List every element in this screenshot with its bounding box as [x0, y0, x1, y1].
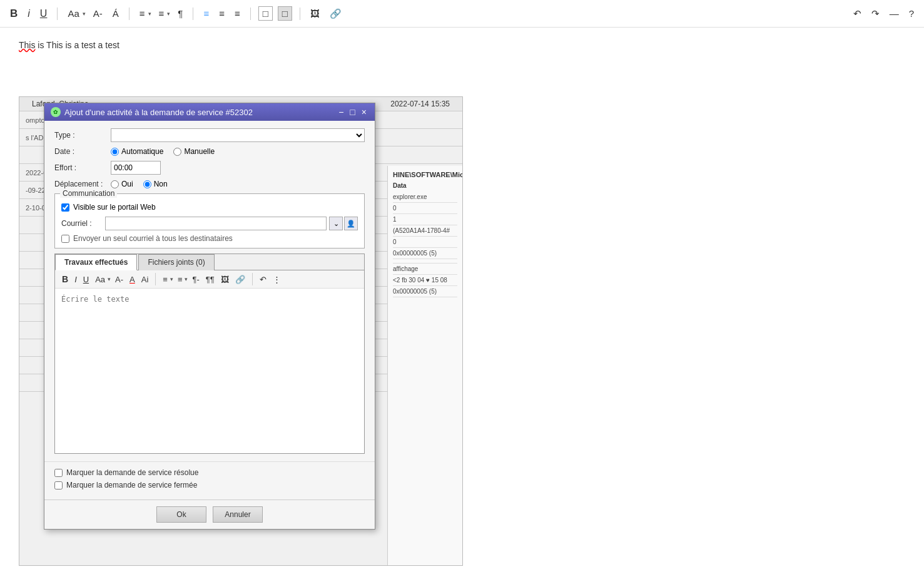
- right-panel: HINE\SOFTWARE\Micro Data explorer.exe 0 …: [387, 166, 462, 566]
- movement-radio-group: Oui Non: [111, 180, 168, 188]
- tab-font-size-decrease-btn[interactable]: A-: [113, 274, 125, 285]
- modal-title-text: Ajout d'une activité à la demande de ser…: [64, 108, 253, 117]
- tab-undo-btn[interactable]: ↶: [258, 274, 268, 285]
- align-left-btn[interactable]: ≡: [201, 7, 211, 20]
- a-test-text: This is a test: [46, 40, 96, 50]
- box1-btn[interactable]: □: [258, 6, 273, 21]
- dash-btn[interactable]: —: [887, 7, 901, 20]
- date-label: Date :: [54, 147, 111, 156]
- underline-button[interactable]: U: [38, 7, 50, 21]
- tab-font-color-btn[interactable]: A: [128, 274, 137, 285]
- date-manual-label: Manuelle: [184, 147, 215, 156]
- resolve-checkbox[interactable]: [54, 469, 63, 477]
- movement-yes-label: Oui: [121, 180, 133, 188]
- date-row: Date : Automatique Manuelle: [54, 147, 365, 156]
- image-btn[interactable]: 🖼: [308, 7, 322, 20]
- tab-numbered-list-btn[interactable]: ≡: [161, 274, 170, 285]
- close-checkbox[interactable]: [54, 481, 63, 489]
- tab-bullet-list-btn[interactable]: ≡: [176, 274, 185, 285]
- bottom-checkboxes: Marquer la demande de service résolue Ma…: [44, 461, 375, 500]
- close-button[interactable]: ×: [360, 108, 368, 116]
- tab-underline-btn[interactable]: U: [81, 274, 91, 285]
- effort-row: Effort :: [54, 161, 365, 175]
- right-panel-row-6: 0x00000005 (5): [393, 248, 457, 259]
- courriel-dropdown-btn[interactable]: ⌄: [329, 217, 343, 230]
- movement-no-option[interactable]: Non: [143, 180, 168, 188]
- type-label: Type :: [54, 131, 111, 140]
- italic-button[interactable]: i: [25, 7, 33, 21]
- tab-image-btn[interactable]: 🖼: [219, 274, 231, 285]
- courriel-input[interactable]: [105, 217, 327, 230]
- font-size-decrease-btn[interactable]: A-: [91, 7, 105, 20]
- numbered-list-btn[interactable]: ≡: [137, 7, 148, 20]
- undo-btn[interactable]: ↶: [851, 7, 864, 21]
- date-automatic-label: Automatique: [121, 147, 163, 156]
- tab-link-btn[interactable]: 🔗: [233, 274, 247, 285]
- tabs-header: Travaux effectués Fichiers joints (0): [55, 254, 364, 270]
- tab-italic-btn[interactable]: I: [73, 274, 79, 285]
- right-panel-row-10: 0x00000005 (5): [393, 286, 457, 297]
- align-right-btn[interactable]: ≡: [232, 7, 243, 20]
- effort-label: Effort :: [54, 163, 111, 172]
- resolve-label: Marquer la demande de service résolue: [66, 468, 198, 477]
- top-toolbar: B i U Aa ▾ A- Á ≡ ▾ ≡ ▾ ¶ ≡ ≡ ≡ □ □ 🖼 🔗…: [0, 0, 924, 28]
- paragraph-btn[interactable]: ¶: [175, 7, 185, 20]
- right-panel-row-2: 0: [393, 203, 457, 214]
- font-size-increase-btn[interactable]: Aa: [65, 7, 81, 20]
- link-btn[interactable]: 🔗: [327, 7, 344, 21]
- toolbar-right-group: ↶ ↷ — ?: [851, 7, 916, 21]
- bullet-list-arrow: ▾: [167, 11, 170, 17]
- tab-font-size-increase-btn[interactable]: Aa: [93, 274, 107, 285]
- visible-portal-label: Visible sur le portail Web: [73, 203, 156, 212]
- movement-no-radio[interactable]: [143, 180, 151, 188]
- align-center-btn[interactable]: ≡: [216, 7, 227, 20]
- visible-portal-checkbox[interactable]: [61, 203, 69, 212]
- right-panel-row-7: [393, 259, 457, 264]
- modal-footer: Ok Annuler: [44, 500, 375, 529]
- date-automatic-radio[interactable]: [111, 148, 119, 156]
- tab-font-size-arrow: ▾: [108, 276, 111, 282]
- cancel-button[interactable]: Annuler: [213, 506, 263, 523]
- courriel-contacts-btn[interactable]: 👤: [344, 217, 358, 230]
- box2-btn[interactable]: □: [278, 6, 292, 21]
- help-btn[interactable]: ?: [906, 7, 916, 20]
- effort-control: [111, 161, 365, 175]
- tab-font-size-group: Aa ▾: [93, 274, 111, 285]
- separator-2: [129, 8, 129, 20]
- date-control: Automatique Manuelle: [111, 147, 365, 156]
- right-panel-row-9: <2 fb 30 04 ♥ 15 08: [393, 275, 457, 286]
- courriel-label: Courriel :: [61, 219, 105, 228]
- bullet-list-btn[interactable]: ≡: [156, 7, 167, 20]
- tab-paragraph2-btn[interactable]: ¶¶: [204, 274, 216, 285]
- tab-font-size2-btn[interactable]: Ai: [140, 274, 151, 285]
- tab-paragraph1-btn[interactable]: ¶-: [190, 274, 201, 285]
- type-select[interactable]: [111, 128, 365, 142]
- is-word: is: [38, 40, 46, 50]
- tab-more-btn[interactable]: ⋮: [271, 274, 283, 285]
- send-once-label: Envoyer un seul courriel à tous les dest…: [73, 234, 233, 243]
- modal-icon: ✿: [51, 107, 61, 117]
- tab-sep-1: [155, 273, 156, 285]
- redo-btn[interactable]: ↷: [869, 7, 882, 21]
- tab-travaux[interactable]: Travaux effectués: [55, 254, 137, 270]
- date-manual-option[interactable]: Manuelle: [173, 147, 215, 156]
- font-size-reset-btn[interactable]: Á: [110, 7, 121, 20]
- main-content: This is This is a test a test Lafond, Ch…: [0, 28, 924, 579]
- tab-numbered-arrow: ▾: [170, 276, 173, 282]
- tab-numbered-list-group: ≡ ▾: [161, 274, 173, 285]
- movement-yes-radio[interactable]: [111, 180, 119, 188]
- send-once-checkbox[interactable]: [61, 235, 69, 243]
- bold-button[interactable]: B: [8, 6, 20, 21]
- tab-bold-btn[interactable]: B: [60, 274, 70, 285]
- maximize-button[interactable]: □: [348, 108, 357, 116]
- ok-button[interactable]: Ok: [156, 506, 206, 523]
- tab-bullet-arrow: ▾: [185, 276, 188, 282]
- separator-4: [250, 8, 251, 20]
- minimize-button[interactable]: −: [337, 108, 345, 116]
- effort-input[interactable]: [111, 161, 161, 175]
- movement-yes-option[interactable]: Oui: [111, 180, 133, 188]
- date-manual-radio[interactable]: [173, 148, 181, 156]
- text-editor[interactable]: [55, 289, 364, 451]
- date-automatic-option[interactable]: Automatique: [111, 147, 163, 156]
- tab-fichiers[interactable]: Fichiers joints (0): [138, 254, 214, 270]
